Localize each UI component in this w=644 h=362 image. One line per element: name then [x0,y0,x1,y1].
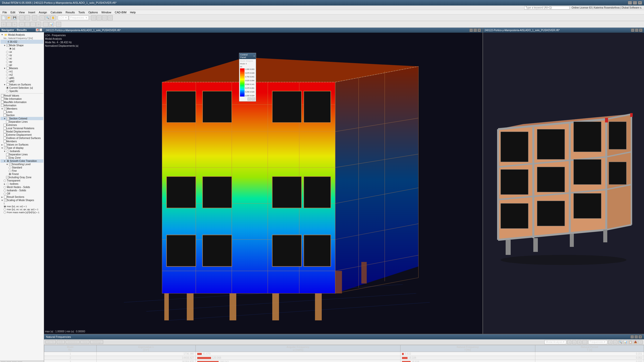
show-loads-btn[interactable]: ↕ [43,22,48,27]
render-btn[interactable]: ◉ [1,22,6,27]
nav-radio-pm1[interactable] [6,77,9,79]
menu-edit[interactable]: Edit [9,11,17,14]
right-vp-btn3[interactable]: ✕ [639,28,642,32]
nav-radio-off[interactable] [4,193,6,195]
select-btn[interactable]: ↖ [39,15,45,20]
nav-radio-uy[interactable] [6,54,9,57]
show-results-btn[interactable]: 📊 [49,22,54,27]
menu-options[interactable]: Options [87,11,99,14]
nav-radio-iso-solids[interactable] [4,189,6,192]
nav-pin-btn[interactable]: 📌 [36,28,39,31]
print-btn[interactable]: 🖨 [32,15,37,20]
menu-calculate[interactable]: Calculate [49,11,64,14]
maximize-button[interactable]: □ [633,1,637,5]
nav-td-check[interactable] [4,147,7,149]
redo-btn[interactable]: ↪ [25,15,30,20]
wireframe-btn[interactable]: □ [7,22,12,27]
nav-ed-check[interactable] [4,133,6,136]
nav-radio-isolines[interactable] [7,183,9,185]
nav-values-surfaces[interactable]: ▼ Values on Surfaces [1,83,43,86]
nav-radio-m2[interactable] [6,74,9,76]
left-vp-btn3[interactable]: ✕ [477,28,481,32]
bp-tool3[interactable]: 🔍 [618,340,622,344]
nav-off[interactable]: Off [1,192,43,195]
nav-extreme-disp[interactable]: Extreme Displacement [1,133,43,137]
nav-info-check[interactable] [1,104,4,107]
nav-radio-u[interactable] [9,48,12,50]
table-row[interactable]: 11736.38041.6706.6320.151 [44,352,644,356]
nav-values-surfaces-2[interactable]: ► Values on Surfaces [1,143,43,146]
nav-ms-uy[interactable]: uy [1,54,43,57]
modal-analysis-dropdown[interactable]: Modal Analysis ▼ [544,340,566,344]
nav-rs-check[interactable] [4,196,7,198]
bp-tool1[interactable]: ◄ [608,340,612,344]
nav-section[interactable]: Section [1,114,43,117]
menu-window[interactable]: Window [100,11,113,14]
menu-view[interactable]: View [17,11,26,14]
nav-specific[interactable]: Specific [1,89,43,93]
nav-finest[interactable]: Finest [1,172,43,176]
nav-sl-check2[interactable] [9,163,12,166]
minimize-button[interactable]: ─ [628,1,632,5]
nav-nd-check[interactable] [4,130,6,133]
surface-btn[interactable]: ▣ [36,22,41,27]
edit-btn[interactable]: Edit [57,340,65,344]
nav-ti-check[interactable] [1,98,4,100]
table-row[interactable]: 214416.427120.06819.1080.052 [44,356,644,360]
nav-rv-check[interactable] [1,94,4,97]
nav-lt-check[interactable] [4,127,6,130]
bp-btn3[interactable]: ✕ [638,335,642,339]
zoom-btn[interactable]: 🔍 [45,15,50,20]
nav-sep-lines-iso[interactable]: Separation Lines [1,153,43,156]
nav-mode-shape-group[interactable]: ▼ Mode Shape [1,44,43,47]
pan-btn[interactable]: ✋ [51,15,56,20]
nav-mm-check[interactable] [1,101,4,104]
freq-dropdown[interactable]: Frequencies ▼ [69,16,89,20]
undo-btn[interactable]: ↩ [19,15,24,20]
viewport-3d-content[interactable]: LC4 - Frequencies Modal Analysis Mode No… [44,33,482,334]
bp-tool2[interactable]: ► [613,340,617,344]
nav-members-sub[interactable]: Members [1,140,43,143]
close-button[interactable]: ✕ [638,1,642,5]
menu-assign[interactable]: Assign [37,11,49,14]
nav-scal-check[interactable] [4,199,7,202]
nav-title-info[interactable]: Title Information [1,97,43,101]
nav-mesh-nodes-solids[interactable]: Mesh Nodes - Solids [1,186,43,189]
nav-radio-ux[interactable] [6,51,9,53]
nav-m1[interactable]: m1 [1,70,43,73]
xz-view-btn[interactable]: XZ [102,15,107,20]
menu-insert[interactable]: Insert [27,11,37,14]
nav-radio-standard[interactable] [9,166,11,169]
nav-ms-py[interactable]: φy [1,60,43,63]
nav-radio-scale-mass[interactable] [4,211,6,214]
nav-mem-check[interactable] [4,107,7,110]
nav-gray-zone[interactable]: Gray Zone [1,156,43,159]
nav-radio-transparent[interactable] [4,179,6,182]
nav-radio-pz[interactable] [6,64,9,66]
nav-modal-analysis[interactable]: ▼ 📁 Modal Analysis [1,33,43,37]
nav-standard[interactable]: Standard [1,166,43,169]
nav-type-display[interactable]: ▼ Type of display [1,146,43,150]
table-row[interactable]: 335359.970188.04229.9280.033 [44,360,644,362]
nav-current-sel[interactable]: Current Selection: |u| [1,86,43,89]
settings-btn[interactable]: ⚙ [56,22,61,27]
nav-ig-check[interactable] [6,176,9,179]
new-btn[interactable]: 📄 [1,15,6,20]
nav-pm2[interactable]: φM2 [1,80,43,83]
nav-ms-checkbox[interactable] [7,44,9,47]
nav-radio-scale-all[interactable] [4,208,6,211]
freq-dropdown-bp[interactable]: Frequencies ▼ [588,340,607,344]
nav-isolines[interactable]: ► Isolines [1,182,43,186]
open-btn[interactable]: 📂 [7,15,12,20]
nav-lines[interactable]: Lines [1,110,43,114]
bp-btn1[interactable]: ─ [630,335,634,339]
nav-masses-checkbox[interactable] [7,67,9,70]
nav-members-group[interactable]: ▼ Members [1,107,43,110]
right-vp-btn1[interactable]: ─ [631,28,634,32]
nav-fine[interactable]: Fine [1,169,43,172]
solid-btn[interactable]: ■ [12,22,17,27]
nav-ms-ux[interactable]: ux [1,50,43,54]
bp-tool5[interactable]: 📋 [628,340,632,344]
member-btn[interactable]: ═ [30,22,35,27]
nav-out-check[interactable] [4,137,6,140]
